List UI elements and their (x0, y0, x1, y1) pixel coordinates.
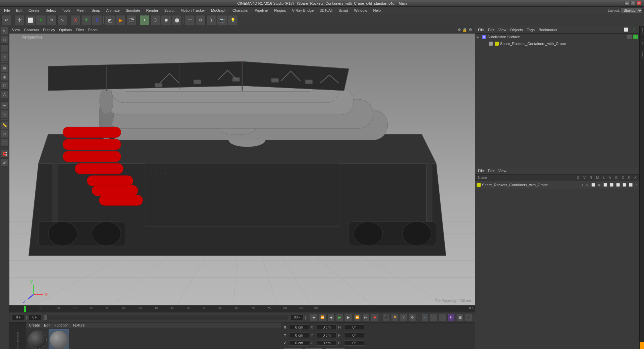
vp-menu-options[interactable]: Options (59, 28, 72, 32)
mat-menu-edit[interactable]: Edit (44, 323, 50, 327)
menu-tools[interactable]: Tools (59, 8, 73, 13)
menu-sculpt[interactable]: Sculpt (162, 8, 177, 13)
menu-simulate[interactable]: Simulate (123, 8, 143, 13)
transport-next-frame[interactable]: ▶ (345, 314, 352, 321)
lt-cone[interactable]: △ (1, 90, 9, 98)
playback-grid[interactable]: ▦ (456, 314, 464, 321)
vp-icon-lock[interactable]: 🔒 (462, 28, 467, 32)
viewport-3d[interactable]: X Y Z Grid Spacing : 100 cm (9, 26, 475, 305)
edge-tool[interactable]: ⬢ (161, 15, 171, 25)
transport-powerslide[interactable]: ? (400, 314, 407, 321)
menu-pipeline[interactable]: Pipeline (252, 8, 270, 13)
menu-animate[interactable]: Animate (104, 8, 122, 13)
mat-menu-function[interactable]: Function (54, 323, 68, 327)
material-ball-1[interactable] (28, 331, 47, 349)
layout-dropdown[interactable]: Startup (621, 7, 643, 13)
vp-menu-panel[interactable]: Panel (88, 28, 98, 32)
lt-bezier[interactable]: S (1, 110, 9, 118)
spline-tool[interactable]: 〰 (185, 15, 195, 25)
lt-select-lasso[interactable]: ∿ (1, 53, 9, 61)
lt-pointer[interactable]: ↖ (1, 27, 9, 35)
frame-current-input[interactable] (29, 315, 41, 320)
obj-menu-edit[interactable]: Edit (488, 28, 494, 32)
axis-y-button[interactable]: Y (81, 15, 91, 25)
vp-icon-settings[interactable]: ⚙ (469, 28, 472, 32)
coord-p-input[interactable] (344, 333, 364, 338)
obj-bottom-row-1[interactable]: Spare_Rockets_Containers_with_Crane ● ◎ … (475, 181, 639, 189)
playback-extra[interactable]: ⬛ (465, 314, 472, 321)
lt-knife[interactable]: ✂ (1, 130, 9, 138)
obj-menu-file[interactable]: File (478, 28, 484, 32)
fr-tab-basic[interactable]: Basic (640, 26, 644, 37)
obj-top-icon-1[interactable]: ⬜ (623, 27, 629, 33)
transport-autokey[interactable]: ⚑ (391, 314, 398, 321)
lt-sphere[interactable]: ⬡ (1, 82, 9, 90)
obj-row-subdivision[interactable]: ▶ S Subdivision Surface ✓ (475, 34, 639, 40)
coord-y2-input[interactable] (317, 333, 337, 338)
vp-menu-view[interactable]: View (12, 28, 20, 32)
menu-vray[interactable]: V-Ray Bridge (289, 8, 317, 13)
undo-button[interactable]: ↩ (1, 15, 11, 25)
vp-icon-move[interactable]: ✥ (458, 28, 461, 32)
render-active-button[interactable]: ▶ (116, 15, 126, 25)
scrubber-handle[interactable] (44, 315, 47, 320)
obj-menu-view[interactable]: View (498, 28, 506, 32)
transport-next-key[interactable]: ⏩ (354, 314, 361, 321)
menu-plugins[interactable]: Plugins (271, 8, 288, 13)
col-icon-l[interactable]: ⬜ (603, 183, 607, 187)
cursor-tool[interactable]: ✛ (14, 15, 24, 25)
playback-path[interactable]: 〰 (430, 314, 437, 321)
menu-help[interactable]: Help (371, 8, 384, 13)
timeline-area[interactable]: 0 5 10 15 20 25 30 35 40 45 50 55 60 65 … (9, 305, 475, 312)
coord-z-input[interactable] (289, 340, 309, 346)
col-icon-r[interactable]: ⬜ (591, 183, 595, 187)
obj-check-1[interactable] (627, 35, 632, 39)
scrubber-bar[interactable] (44, 315, 288, 320)
viewport-container[interactable]: View Cameras Display Options Filter Pane… (9, 26, 475, 305)
polygon-tool[interactable]: ⬡ (150, 15, 160, 25)
transport-play[interactable]: ▶ (336, 314, 343, 321)
scale-tool[interactable]: ⤡ (57, 15, 67, 25)
col-icon-a[interactable]: ⬜ (610, 183, 613, 187)
mat-menu-create[interactable]: Create (29, 323, 40, 327)
lt-paint[interactable]: 🖌 (1, 158, 9, 166)
menu-file[interactable]: File (1, 8, 13, 13)
coord-b-input[interactable] (344, 340, 364, 346)
transport-stop[interactable]: ⬛ (382, 314, 390, 321)
generator-tool[interactable]: ⚙ (196, 15, 206, 25)
axis-z-button[interactable]: Z (92, 15, 102, 25)
coord-x2-input[interactable] (317, 325, 337, 330)
lt-select-rect[interactable]: □ (1, 36, 9, 44)
vp-menu-display[interactable]: Display (43, 28, 55, 32)
move-tool[interactable]: ✥ (36, 15, 46, 25)
vp-menu-filter[interactable]: Filter (76, 28, 84, 32)
playback-circle[interactable]: ○ (439, 314, 446, 321)
close-button[interactable]: ✕ (637, 1, 641, 6)
obj-menu-bookmarks[interactable]: Bookmarks (539, 28, 557, 32)
coord-x-input[interactable] (289, 325, 309, 330)
col-icon-m[interactable]: ▣ (598, 183, 601, 187)
render-to-picture-viewer[interactable]: 🎬 (126, 15, 137, 25)
col-icon-g[interactable]: ⬜ (616, 183, 620, 187)
col-icon-x[interactable]: ✕ (635, 183, 638, 187)
frame-start-input[interactable] (12, 315, 25, 320)
axis-x-button[interactable]: X (70, 15, 80, 25)
menu-motion-tracker[interactable]: Motion Tracker (178, 8, 208, 13)
lt-select-circle[interactable]: ○ (1, 44, 9, 52)
transport-goto-start[interactable]: ⏮ (310, 314, 317, 321)
material-item-2[interactable]: Rockets (49, 330, 69, 349)
lt-ruler[interactable]: 📏 (1, 121, 9, 129)
coord-h-input[interactable] (344, 325, 364, 330)
obj-bot-menu-view[interactable]: View (498, 169, 506, 173)
transport-options[interactable]: ⚙ (409, 314, 416, 321)
menu-snap[interactable]: Snap (89, 8, 103, 13)
playback-add[interactable]: + (421, 314, 429, 321)
rotate-tool[interactable]: ↻ (47, 15, 57, 25)
object-tool[interactable]: ✦ (140, 15, 150, 25)
minimize-button[interactable]: — (625, 1, 629, 6)
material-item-1[interactable]: Back_h... (28, 330, 47, 349)
transport-goto-end[interactable]: ⏭ (362, 314, 370, 321)
deformer-tool[interactable]: ⤵ (206, 15, 216, 25)
col-icon-s[interactable]: ● (582, 183, 583, 187)
maximize-button[interactable]: □ (631, 1, 635, 6)
